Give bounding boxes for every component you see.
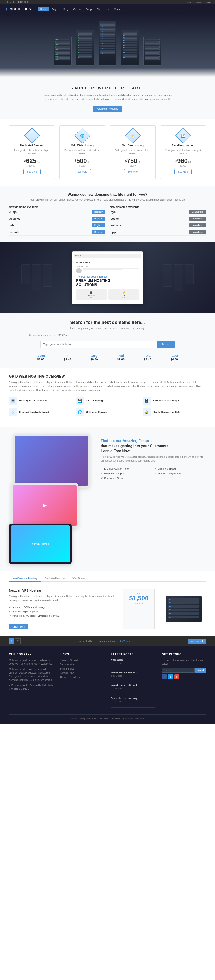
- package-nextgen: ⚡ NextGen Hosting Proin gravida nibh vel…: [110, 125, 156, 179]
- footer-grid: OUR COMPANY MultiHost has pride in servi…: [9, 653, 206, 710]
- amazing-feature-4: ✓ Unlimited Speed: [154, 467, 206, 470]
- register-ninja-button[interactable]: Register: [92, 210, 105, 214]
- logo-text: MULTI · HOST: [9, 7, 33, 11]
- tab-nextgen-vps[interactable]: NextGen vps Hosting: [9, 575, 41, 582]
- learn-website-button[interactable]: Learn More: [189, 223, 206, 227]
- footer-submit-button[interactable]: Submit: [194, 668, 206, 673]
- nav-blog[interactable]: Blog: [61, 7, 71, 11]
- footer-post-3-date: S-June 2015: [111, 687, 155, 690]
- nav-gallery[interactable]: Gallery: [71, 7, 83, 11]
- vps-price: $1,500: [127, 595, 151, 602]
- amazing-feature-3: ✓ Completely Secured: [101, 477, 153, 480]
- domain-item-website: .website Learn More: [110, 222, 206, 229]
- ssd-icon: 🗄️: [143, 396, 151, 405]
- nav-shop[interactable]: Shop: [84, 7, 94, 11]
- learn-nyc-button[interactable]: Learn More: [189, 210, 206, 214]
- footer-contact-input[interactable]: [162, 668, 194, 673]
- package-cta-nextgen[interactable]: See More: [124, 169, 141, 174]
- package-old-price-resellers: $1920: [165, 164, 201, 167]
- dedicated-bar: 1 2 dedicated hosting solutions Only $1.…: [0, 636, 215, 646]
- footer-contact-title: Get in Touch: [162, 653, 206, 656]
- check-icon-4: ✓: [154, 467, 157, 470]
- page-1-button[interactable]: 1: [9, 638, 14, 644]
- package-cta-dedicated[interactable]: See More: [23, 169, 41, 174]
- banner-servers-right: [163, 264, 193, 291]
- package-cta-grid[interactable]: See More: [74, 169, 91, 174]
- mini-server-4: [163, 264, 172, 287]
- overview-features: 💻 Host up to 100 websites 💾 100 GB stora…: [9, 396, 206, 416]
- googleplus-link[interactable]: g+: [174, 675, 179, 679]
- footer-post-2: Your dream website as A... S-June 2015: [111, 671, 155, 682]
- footer-bottom: © 2015. All rights reserved. Designed & …: [9, 714, 206, 720]
- get-started-button[interactable]: get started: [188, 639, 206, 644]
- device-small: ✦ MULTI·HOST: [9, 523, 72, 564]
- domains-grid: New domains available .ninja Register .r…: [9, 205, 206, 235]
- facebook-link[interactable]: f: [162, 675, 167, 679]
- footer-post-1: Hello World S-June 2015: [111, 659, 155, 669]
- view-plans-button[interactable]: View Plans: [9, 624, 28, 629]
- domain-item-app: .app Learn More: [110, 229, 206, 235]
- testimonial-avatar-1: [76, 268, 82, 274]
- nav-pages[interactable]: Pages: [49, 7, 61, 11]
- twitter-link[interactable]: t: [168, 675, 173, 679]
- mini-server-3: [43, 264, 52, 287]
- amazing-feature-1: ✓ Effective Control Panel: [101, 467, 153, 470]
- tld-app: .app $4.99: [163, 354, 186, 361]
- domains-icon: 🌐: [76, 408, 84, 416]
- learn-app-button[interactable]: Learn More: [189, 230, 206, 234]
- footer-link-status-anchor[interactable]: System Status: [60, 668, 74, 670]
- register-reviews-button[interactable]: Register: [92, 217, 105, 221]
- nav-home[interactable]: Home: [38, 7, 49, 11]
- domains-title: Wanna get new domains that fits right fo…: [9, 192, 206, 197]
- search-bar: Search: [40, 341, 175, 348]
- footer-link-videos-anchor[interactable]: Theme Help Videos: [60, 676, 80, 679]
- tld-biz: .biz $7.49: [136, 354, 159, 361]
- browser-dot-yellow: [77, 255, 79, 256]
- hero-overlay: [0, 68, 215, 77]
- footer-link-faqs-anchor[interactable]: General FAQs: [60, 672, 74, 674]
- vps-from-label: from: [127, 592, 151, 595]
- vps-pricing: from $1,500 per year: [123, 589, 155, 629]
- amazing-section: ▶ ✦ MULTI·HOST Find out our Amazing Feat…: [0, 427, 215, 571]
- topbar-login-link[interactable]: Login: [186, 1, 191, 3]
- page-2-button[interactable]: 2: [15, 638, 21, 644]
- tab-offer[interactable]: Offer Bonus: [68, 575, 89, 582]
- domain-item-nyc: .nyc Learn More: [110, 209, 206, 215]
- nav-contact[interactable]: Contact: [112, 7, 125, 11]
- tabs-section: NextGen vps Hosting Dedicated Hosting Of…: [0, 571, 215, 584]
- tld-in: .in $3.49: [56, 354, 79, 361]
- package-cta-resellers[interactable]: See More: [174, 169, 192, 174]
- logo[interactable]: ✦ MULTI · HOST: [5, 6, 33, 12]
- domain-item-reviews: .reviews Register: [9, 215, 105, 222]
- create-account-button[interactable]: Create an Account: [93, 106, 122, 112]
- tld-net: .net $8.99: [109, 354, 132, 361]
- learn-vegas-button[interactable]: Learn More: [189, 217, 206, 221]
- footer: OUR COMPANY MultiHost has pride in servi…: [0, 646, 215, 724]
- search-input[interactable]: [40, 341, 157, 348]
- tab-dedicated[interactable]: Dedicated Hosting: [41, 575, 68, 582]
- package-grid-web: 🌐 Grid Web Hosting Proin gravida nibh ve…: [59, 125, 105, 179]
- vps-content: Nextgen VPS Hosting Proin gravida nibh v…: [9, 589, 117, 629]
- nav-shortcodes[interactable]: Shortcodes: [95, 7, 112, 11]
- topbar-home-link[interactable]: Home: [204, 1, 210, 3]
- package-price-dedicated: $625.00: [14, 158, 50, 164]
- footer-link-docs: Documentation: [60, 663, 104, 666]
- hero-servers: [54, 21, 161, 70]
- amazing-title: Find out our Amazing Features, that make…: [101, 438, 206, 453]
- footer-link-docs-anchor[interactable]: Documentation: [60, 663, 75, 666]
- feature-host-websites: 💻 Host up to 100 websites: [9, 396, 72, 405]
- footer-copyright: © 2015. All rights reserved. Designed & …: [9, 717, 206, 720]
- package-icon-grid: 🌐: [77, 130, 88, 141]
- footer-link-support-anchor[interactable]: Customer Support: [60, 659, 78, 662]
- register-wiki-button[interactable]: Register: [92, 223, 105, 227]
- package-desc-dedicated: Proin gravida nibh vel auctor aliquet ae…: [14, 149, 50, 155]
- amazing-feature-5: ✓ Simple Configuration: [154, 472, 206, 475]
- domain-item-ninja: .ninja Register: [9, 209, 105, 215]
- search-button[interactable]: Search: [157, 341, 175, 348]
- server-placeholder: [166, 596, 202, 622]
- register-rentals-button[interactable]: Register: [92, 230, 105, 234]
- footer-post-1-date: S-June 2015: [111, 662, 155, 665]
- topbar-register-link[interactable]: Register: [194, 1, 202, 3]
- package-desc-grid: Proin gravida nibh vel auctor aliquet ae…: [64, 149, 101, 155]
- footer-post-4-date: S-July 2015: [111, 700, 155, 703]
